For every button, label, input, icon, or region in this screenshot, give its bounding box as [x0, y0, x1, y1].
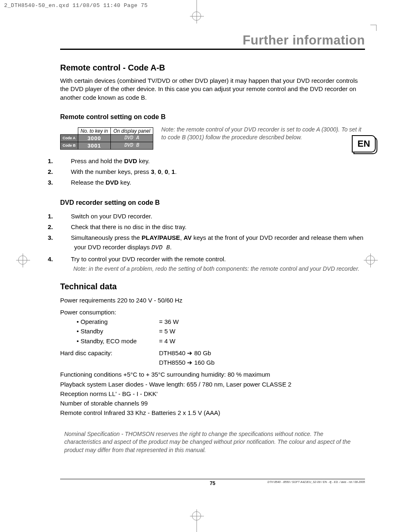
tech-conditions: Functioning conditions +5°C to + 35°C su… [60, 370, 365, 379]
tech-eco: • Standby, ECO mode= 4 W [60, 336, 365, 346]
tech-standby: • Standby= 5 W [60, 326, 365, 336]
table-label-code-a: Code A [61, 134, 78, 142]
subsection-dvd-setting: DVD recorder setting on code B [60, 199, 365, 206]
tech-remote: Remote control Infrared 33 Khz - Batteri… [60, 408, 365, 417]
table-display-b: DVD B [111, 142, 153, 149]
crop-corner-tr [368, 25, 377, 33]
technical-data-list: Power requirements 220 to 240 V - 50/60 … [60, 295, 365, 418]
doc-reference: DTH 8540 - 8550 / SOFT A4ZJEU_S2-09 / EN… [267, 480, 365, 483]
disclaimer: Nominal Specification - THOMSON reserves… [64, 430, 361, 455]
chapter-title: Further information [60, 33, 365, 50]
tech-power-req: Power requirements 220 to 240 V - 50/60 … [60, 295, 365, 305]
step-num: 1. [61, 156, 71, 166]
tech-consumption-label: Power consumption: [60, 307, 365, 317]
step-dvd-1: 1.Switch on your DVD recorder. [61, 211, 365, 221]
step-remote-1: 1.Press and hold the DVD key. [61, 156, 365, 166]
crop-mark-bottom [186, 507, 207, 532]
step-dvd-3: 3.Simultaneously press the PLAY/PAUSE, A… [61, 233, 365, 253]
step-num: 4. [61, 254, 71, 264]
crop-mark-left [12, 255, 33, 272]
step-num: 2. [61, 167, 71, 176]
table-display-a: DVD A [111, 134, 153, 142]
step-num: 3. [61, 233, 71, 242]
table-row-code-a: Code A 3000 DVD A [61, 134, 153, 142]
table-keyin-a: 3000 [78, 134, 111, 142]
step-num: 3. [61, 178, 71, 187]
page-footer: 75 DTH 8540 - 8550 / SOFT A4ZJEU_S2-09 /… [60, 479, 365, 486]
intro-paragraph: With certain devices (combined TV/DVD or… [60, 77, 365, 102]
section-remote-code-ab: Remote control - Code A-B [60, 63, 365, 73]
step-remote-2: 2.With the number keys, press 3, 0, 0, 1… [61, 167, 365, 176]
tech-channels: Number of storable channels 99 [60, 398, 365, 408]
step-num: 1. [61, 211, 71, 221]
tech-hdd: Hard disc capacity:DTH8540 ➔ 80 Gb [60, 348, 365, 358]
crop-mark-top [186, 0, 207, 25]
step-num: 2. [61, 222, 71, 232]
tech-laser: Playback system Laser diodes - Wave leng… [60, 380, 365, 389]
tech-operating: • Operating= 36 W [60, 317, 365, 326]
table-header-keyin: No. to key in [78, 127, 111, 134]
steps-remote: 1.Press and hold the DVD key. 2.With the… [60, 156, 365, 187]
step-dvd-2: 2.Check that there is no disc in the dis… [61, 222, 365, 232]
page-number: 75 [210, 480, 215, 486]
section-technical-data: Technical data [60, 282, 365, 291]
step-dvd-4: 4.Try to control your DVD recorder with … [61, 254, 365, 264]
page-content: Further information EN Remote control - … [60, 33, 365, 486]
step-remote-3: 3.Release the DVD key. [61, 178, 365, 187]
table-header-display: On display panel [111, 127, 153, 134]
display-text: DVD B [152, 244, 170, 251]
tech-hdd2: DTH8550 ➔ 160 Gb [60, 358, 365, 367]
crop-header-text: 2_DTH8540-50_en.qxd 11/08/05 11:40 Page … [4, 2, 148, 9]
language-badge-text: EN [352, 135, 376, 152]
tech-norms: Reception norms LL' - BG - I - DKK' [60, 389, 365, 398]
table-keyin-b: 3001 [78, 142, 111, 149]
code-table: No. to key in On display panel Code A 30… [60, 127, 153, 150]
steps-dvd: 1.Switch on your DVD recorder. 2.Check t… [60, 211, 365, 264]
language-badge: EN [352, 135, 376, 152]
note-code-a: Note: the remote control of your DVD rec… [161, 126, 365, 141]
subsection-remote-setting: Remote control setting on code B [60, 113, 365, 121]
note-problem: Note: in the event of a problem, redo th… [73, 265, 365, 273]
table-label-code-b: Code B [61, 142, 78, 149]
table-row-code-b: Code B 3001 DVD B [61, 142, 153, 149]
